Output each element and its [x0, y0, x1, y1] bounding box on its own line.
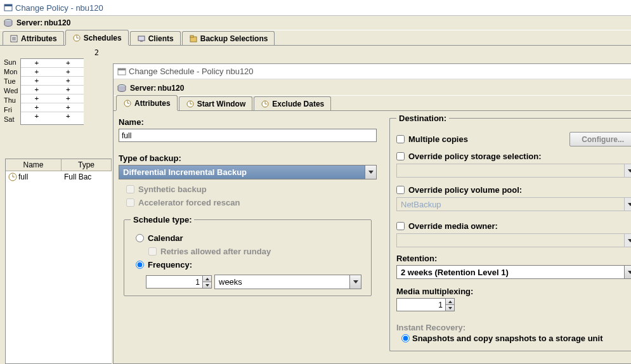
server-bar: Server: nbu120 [0, 15, 631, 30]
name-input[interactable] [119, 129, 377, 142]
ir-snapshots-copy-radio[interactable] [401, 334, 410, 342]
chevron-down-icon[interactable] [624, 265, 631, 279]
media-multiplexing-input[interactable] [396, 298, 446, 311]
schedules-icon [72, 34, 81, 42]
frequency-unit-combo[interactable]: weeks [214, 275, 361, 289]
frequency-radio[interactable] [136, 261, 144, 269]
tab-label: Backup Selections [200, 34, 268, 43]
override-storage-checkbox[interactable] [396, 152, 405, 160]
accelerator-rescan-checkbox [126, 198, 134, 207]
attributes-icon [10, 34, 18, 43]
destination-legend: Destination: [396, 114, 449, 123]
retention-value: 2 weeks (Retention Level 1) [396, 265, 624, 279]
name-label: Name: [119, 117, 377, 127]
frequency-label: Frequency: [148, 260, 192, 270]
selections-icon [189, 34, 198, 43]
day-sat: Sat [3, 115, 20, 125]
type-of-backup-combo[interactable]: Differential Incremental Backup [119, 165, 377, 179]
day-wed: Wed [3, 87, 20, 96]
spin-down-icon[interactable] [446, 305, 454, 311]
schedules-icon [186, 100, 195, 108]
override-media-owner-label: Override media owner: [408, 221, 498, 231]
override-media-owner-checkbox[interactable] [396, 222, 405, 230]
svg-rect-1 [4, 4, 12, 6]
tab-label: Attributes [21, 34, 57, 43]
chevron-down-icon [624, 197, 631, 211]
server-name: nbu120 [44, 18, 70, 27]
outer-tabs: Attributes Schedules Clients Backup Sele… [0, 30, 631, 46]
server-icon [4, 19, 13, 27]
day-sun: Sun [3, 58, 20, 68]
chevron-down-icon [624, 233, 631, 247]
tab-schedules[interactable]: Schedules [65, 30, 129, 45]
tab-label: Exclude Dates [272, 100, 324, 108]
tab-backup-selections[interactable]: Backup Selections [182, 31, 275, 45]
day-thu: Thu [3, 96, 20, 106]
override-volume-checkbox[interactable] [396, 186, 405, 194]
tab-label: Attributes [134, 99, 171, 108]
schedules-icon [261, 100, 270, 108]
chevron-down-icon[interactable] [365, 165, 377, 179]
instant-recovery-label: Instant Recovery: [396, 323, 631, 332]
override-storage-combo [396, 164, 631, 178]
svg-rect-13 [190, 36, 193, 37]
retries-checkbox [148, 247, 157, 256]
spin-up-icon[interactable] [203, 276, 211, 282]
day-fri: Fri [3, 106, 20, 115]
clock-icon [8, 172, 17, 181]
schedule-table[interactable]: Name Type full Full Bac [5, 159, 112, 364]
retries-label: Retries allowed after runday [160, 247, 271, 256]
nested-tab-start-window[interactable]: Start Window [179, 96, 253, 110]
spin-down-icon[interactable] [203, 282, 211, 288]
tab-attributes[interactable]: Attributes [3, 31, 64, 45]
multiple-copies-checkbox[interactable] [396, 135, 405, 143]
day-tue: Tue [3, 77, 20, 87]
calendar-radio[interactable] [136, 234, 144, 242]
column-header-type[interactable]: Type [62, 159, 112, 171]
titlebar: Change Policy - nbu120 [0, 0, 631, 15]
server-label: Server: [16, 18, 42, 27]
nested-server-name: nbu120 [157, 84, 184, 93]
override-storage-value [396, 164, 624, 178]
nested-server-label: Server: [130, 84, 156, 93]
media-multiplexing-spinner[interactable] [396, 298, 631, 311]
frequency-spinner[interactable] [146, 275, 212, 289]
media-multiplexing-label: Media multiplexing: [396, 287, 631, 296]
svg-rect-18 [118, 68, 126, 70]
chevron-down-icon [624, 164, 631, 178]
svg-rect-11 [140, 41, 143, 42]
row-type: Full Bac [62, 171, 112, 183]
chevron-down-icon[interactable] [349, 275, 361, 289]
column-header-name[interactable]: Name [6, 159, 62, 171]
tab-label: Schedules [84, 34, 122, 42]
synthetic-backup-label: Synthetic backup [138, 185, 207, 194]
multiple-copies-label: Multiple copies [408, 134, 468, 144]
frequency-value-input[interactable] [146, 275, 203, 289]
table-row[interactable]: full Full Bac [6, 171, 112, 183]
nested-tabs: Attributes Start Window Exclude Dates [114, 96, 631, 111]
override-media-owner-combo [396, 233, 631, 247]
override-volume-label: Override policy volume pool: [408, 185, 522, 195]
nested-tab-attributes[interactable]: Attributes [116, 95, 178, 110]
day-mon: Mon [3, 68, 20, 77]
dialog-app-icon [117, 67, 126, 76]
content-area: 2 Sun Mon Tue Wed Thu Fri Sat ++ ++ ++ +… [0, 46, 631, 364]
calendar-label: Calendar [148, 233, 183, 243]
schedule-grid[interactable]: ++ ++ ++ ++ ++ ++ ++ [20, 58, 84, 125]
retention-label: Retention: [396, 254, 631, 263]
ir-snapshots-copy-label: Snapshots and copy snapshots to a storag… [412, 334, 603, 343]
server-icon [117, 84, 126, 92]
nested-tab-exclude-dates[interactable]: Exclude Dates [254, 96, 331, 110]
svg-rect-10 [138, 36, 145, 41]
override-storage-label: Override policy storage selection: [408, 152, 542, 161]
dialog-title: Change Schedule - Policy nbu120 [129, 67, 254, 76]
type-of-backup-value: Differential Incremental Backup [119, 165, 365, 179]
change-schedule-dialog: Change Schedule - Policy nbu120 Server: … [113, 63, 631, 364]
tab-clients[interactable]: Clients [130, 31, 181, 45]
clients-icon [137, 34, 146, 43]
grid-header-num: 2 [3, 48, 114, 57]
type-of-backup-label: Type of backup: [119, 153, 377, 163]
spin-up-icon[interactable] [446, 299, 454, 305]
retention-combo[interactable]: 2 weeks (Retention Level 1) [396, 265, 631, 279]
tab-label: Clients [148, 34, 174, 43]
